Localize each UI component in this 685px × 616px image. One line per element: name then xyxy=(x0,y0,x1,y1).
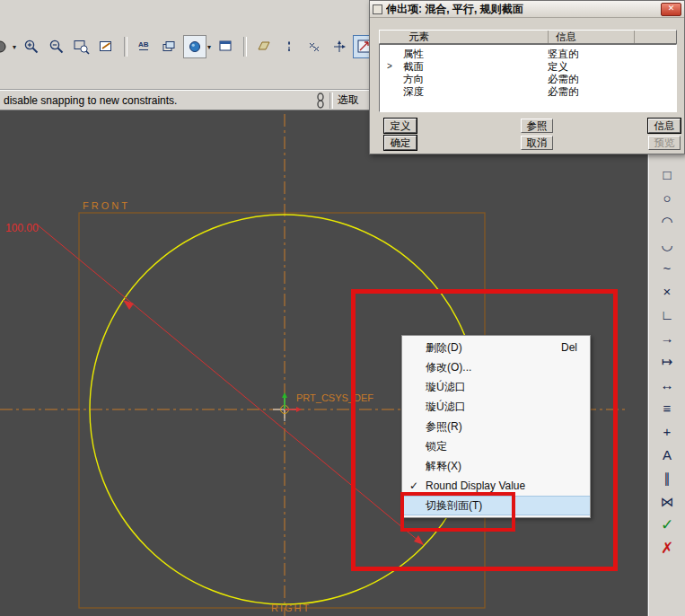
svg-text:AB: AB xyxy=(138,40,149,48)
chevron-down-icon[interactable]: ▾ xyxy=(206,43,213,51)
close-icon[interactable]: ✕ xyxy=(661,3,681,16)
element-name: 深度 xyxy=(380,85,548,98)
element-name: 截面 xyxy=(380,60,548,73)
define-button[interactable]: 定义 xyxy=(384,119,417,133)
menu-item-delete[interactable]: 删除(D) Del xyxy=(402,338,590,357)
checkmark-icon: ✓ xyxy=(409,476,418,496)
point-tool[interactable]: × xyxy=(656,282,678,301)
menu-item-round-display-value[interactable]: ✓ Round Display Value xyxy=(402,476,590,496)
sketcher-toolbar: □ ○ ◠ ◡ ~ × ∟ → ↦ ↔ ≡ + A ∥ ⋈ ✓ ✗ xyxy=(648,154,685,616)
element-name: 方向 xyxy=(380,73,548,85)
trim-tool[interactable]: ∥ xyxy=(656,469,678,488)
context-menu: 删除(D) Del 修改(O)... 璇Ú滤口 璇Ú滤口 参照(R) 锁定 解释… xyxy=(401,335,591,518)
element-table[interactable]: > 属性 竖直的 截面 定义 方向 必需的 深度 必需的 xyxy=(379,44,677,112)
right-plane-label[interactable]: RIGHT xyxy=(271,603,311,613)
datum-axis-icon xyxy=(281,39,297,55)
preview-button: 预览 xyxy=(648,136,681,150)
redraw-button[interactable] xyxy=(95,35,119,58)
mirror-tool[interactable]: ⋈ xyxy=(656,492,678,511)
saved-views-icon xyxy=(187,39,203,55)
menu-item-toggle-section[interactable]: 切换剖面(T) xyxy=(402,496,590,515)
datum-csys-button[interactable] xyxy=(328,35,351,58)
modify-tool[interactable]: ≡ xyxy=(656,399,678,418)
layers-button[interactable] xyxy=(158,35,181,58)
offset-tool[interactable]: ↦ xyxy=(656,352,678,371)
table-row[interactable]: 方向 必需的 xyxy=(380,73,676,85)
dialog-icon xyxy=(373,4,382,14)
zoom-in-button[interactable] xyxy=(20,35,43,58)
sketch-cancel-button[interactable]: ✗ xyxy=(656,539,678,558)
zoom-in-icon xyxy=(23,39,40,55)
datum-plane-button[interactable] xyxy=(252,35,276,58)
element-name: 属性 xyxy=(380,48,548,60)
message-text: disable snapping to new constraints. xyxy=(0,94,177,107)
zoom-out-icon xyxy=(48,39,65,55)
element-info: 必需的 xyxy=(548,73,676,85)
dialog-title: 伸出项: 混合, 平行, 规则截面 xyxy=(386,2,661,17)
zoom-fit-icon xyxy=(74,39,90,55)
spline-tool[interactable]: ~ xyxy=(656,259,678,277)
toolbar-separator xyxy=(124,37,127,57)
cancel-button[interactable]: 取消 xyxy=(521,136,553,150)
menu-item-garbled-2[interactable]: 璇Ú滤口 xyxy=(402,397,590,417)
column-element: 元素 xyxy=(380,31,549,43)
current-row-marker: > xyxy=(387,61,392,71)
table-row[interactable]: 深度 必需的 xyxy=(380,85,676,98)
front-plane-label[interactable]: FRONT xyxy=(83,200,130,211)
menu-item-explain[interactable]: 解释(X) xyxy=(402,456,590,476)
dimension-tool[interactable]: ↔ xyxy=(656,375,678,394)
coordinate-system-tool[interactable]: ∟ xyxy=(656,305,678,324)
zoom-fit-button[interactable] xyxy=(70,35,93,58)
text-tool[interactable]: A xyxy=(656,445,678,464)
info-button[interactable]: 信息 xyxy=(648,119,681,133)
menu-item-references[interactable]: 参照(R) xyxy=(402,417,590,436)
constraint-tool[interactable]: + xyxy=(656,422,678,441)
chain-icon xyxy=(316,92,325,109)
menu-item-modify[interactable]: 修改(O)... xyxy=(402,357,590,377)
datum-tag-button[interactable]: AB xyxy=(133,35,156,58)
arc-tool[interactable]: ◠ xyxy=(656,212,678,231)
table-row[interactable]: 截面 定义 xyxy=(380,60,676,73)
csys-label[interactable]: PRT_CSYS_DEF xyxy=(296,392,373,403)
zoom-out-button[interactable] xyxy=(45,35,68,58)
use-edge-tool[interactable]: → xyxy=(656,329,678,348)
menu-item-garbled-1[interactable]: 璇Ú滤口 xyxy=(402,377,590,397)
sketch-done-button[interactable]: ✓ xyxy=(656,515,678,534)
references-button[interactable]: 参照 xyxy=(521,119,553,133)
select-status-label: 选取 xyxy=(338,92,359,108)
saved-views-button[interactable] xyxy=(183,35,206,58)
fillet-tool[interactable]: ◡ xyxy=(656,235,678,254)
datum-plane-icon xyxy=(256,39,272,55)
view-manager-icon xyxy=(218,39,234,55)
circle-tool[interactable]: ○ xyxy=(656,189,678,207)
dimension-value[interactable]: 100.00 xyxy=(5,222,39,234)
dialog-titlebar[interactable]: 伸出项: 混合, 平行, 规则截面 ✕ xyxy=(370,1,684,18)
shortcut-label: Del xyxy=(561,338,577,357)
element-info: 竖直的 xyxy=(548,48,676,60)
rectangle-tool[interactable]: □ xyxy=(656,165,678,184)
element-info: 定义 xyxy=(548,60,676,73)
datum-axis-button[interactable] xyxy=(277,35,301,58)
column-info: 信息 xyxy=(549,31,635,43)
redraw-icon xyxy=(99,39,115,55)
menu-item-lock[interactable]: 锁定 xyxy=(402,436,590,456)
protrusion-dialog: 伸出项: 混合, 平行, 规则截面 ✕ 元素 信息 > 属性 竖直的 截面 定义… xyxy=(369,0,685,154)
view-manager-button[interactable] xyxy=(215,35,238,58)
chevron-down-icon[interactable]: ▾ xyxy=(11,43,18,51)
layers-icon xyxy=(162,39,178,55)
datum-tag-icon: AB xyxy=(136,39,153,55)
table-row[interactable]: 属性 竖直的 xyxy=(380,48,676,60)
ok-button[interactable]: 确定 xyxy=(384,136,417,150)
datum-point-button[interactable] xyxy=(303,35,326,58)
message-bar-separator xyxy=(329,92,333,109)
element-info: 必需的 xyxy=(548,85,676,98)
datum-point-icon xyxy=(306,39,322,55)
datum-csys-icon xyxy=(331,39,347,55)
toolbar-separator xyxy=(243,37,247,57)
top-toolbar: ▾ AB ▾ xyxy=(0,32,376,61)
element-table-header: 元素 信息 xyxy=(379,30,677,44)
